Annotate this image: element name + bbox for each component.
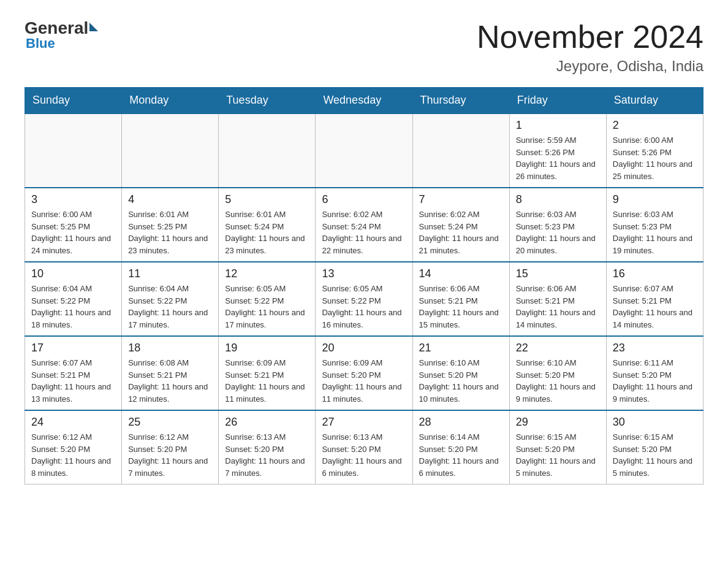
week-row-1: 1Sunrise: 5:59 AM Sunset: 5:26 PM Daylig… [25,113,703,188]
day-number: 29 [516,416,600,429]
calendar-cell: 8Sunrise: 6:03 AM Sunset: 5:23 PM Daylig… [509,188,606,262]
week-row-5: 24Sunrise: 6:12 AM Sunset: 5:20 PM Dayli… [25,410,703,484]
calendar-cell: 10Sunrise: 6:04 AM Sunset: 5:22 PM Dayli… [25,262,122,336]
calendar-cell: 12Sunrise: 6:05 AM Sunset: 5:22 PM Dayli… [219,262,316,336]
calendar-cell [316,113,412,188]
day-number: 15 [516,267,600,280]
calendar-table: SundayMondayTuesdayWednesdayThursdayFrid… [25,87,703,484]
day-info: Sunrise: 6:01 AM Sunset: 5:24 PM Dayligh… [225,209,309,256]
day-number: 26 [225,416,309,429]
day-number: 30 [613,416,697,429]
day-info: Sunrise: 6:15 AM Sunset: 5:20 PM Dayligh… [613,431,697,479]
calendar-cell: 16Sunrise: 6:07 AM Sunset: 5:21 PM Dayli… [606,262,703,336]
day-number: 9 [613,193,697,206]
day-info: Sunrise: 6:12 AM Sunset: 5:20 PM Dayligh… [128,431,212,479]
day-info: Sunrise: 6:14 AM Sunset: 5:20 PM Dayligh… [419,431,503,479]
day-info: Sunrise: 6:06 AM Sunset: 5:21 PM Dayligh… [516,283,600,331]
week-row-4: 17Sunrise: 6:07 AM Sunset: 5:21 PM Dayli… [25,336,703,410]
col-header-sunday: Sunday [25,88,122,114]
day-number: 10 [31,267,115,280]
day-number: 23 [613,342,697,354]
day-info: Sunrise: 6:15 AM Sunset: 5:20 PM Dayligh… [516,431,600,479]
calendar-cell: 5Sunrise: 6:01 AM Sunset: 5:24 PM Daylig… [219,188,316,262]
calendar-cell: 17Sunrise: 6:07 AM Sunset: 5:21 PM Dayli… [25,336,122,410]
day-number: 14 [419,267,503,280]
calendar-cell: 13Sunrise: 6:05 AM Sunset: 5:22 PM Dayli… [316,262,412,336]
day-info: Sunrise: 6:07 AM Sunset: 5:21 PM Dayligh… [613,283,697,331]
day-info: Sunrise: 6:03 AM Sunset: 5:23 PM Dayligh… [613,209,697,256]
day-info: Sunrise: 5:59 AM Sunset: 5:26 PM Dayligh… [516,134,600,182]
month-title: November 2024 [477,18,703,55]
calendar-cell: 18Sunrise: 6:08 AM Sunset: 5:21 PM Dayli… [122,336,219,410]
calendar-cell: 27Sunrise: 6:13 AM Sunset: 5:20 PM Dayli… [316,410,412,484]
day-info: Sunrise: 6:00 AM Sunset: 5:26 PM Dayligh… [613,134,697,182]
logo-triangle [89,23,98,31]
day-number: 13 [322,267,406,280]
day-number: 19 [225,342,309,354]
day-number: 18 [128,342,212,354]
calendar-cell: 20Sunrise: 6:09 AM Sunset: 5:20 PM Dayli… [316,336,412,410]
header-row: SundayMondayTuesdayWednesdayThursdayFrid… [25,88,703,114]
day-info: Sunrise: 6:13 AM Sunset: 5:20 PM Dayligh… [322,431,406,479]
day-number: 16 [613,267,697,280]
col-header-wednesday: Wednesday [316,88,412,114]
day-info: Sunrise: 6:12 AM Sunset: 5:20 PM Dayligh… [31,431,115,479]
col-header-thursday: Thursday [412,88,509,114]
day-number: 24 [31,416,115,429]
location-title: Jeypore, Odisha, India [477,58,703,75]
calendar-cell: 4Sunrise: 6:01 AM Sunset: 5:25 PM Daylig… [122,188,219,262]
day-number: 3 [31,193,115,206]
day-info: Sunrise: 6:02 AM Sunset: 5:24 PM Dayligh… [419,209,503,256]
day-info: Sunrise: 6:02 AM Sunset: 5:24 PM Dayligh… [322,209,406,256]
calendar-cell: 2Sunrise: 6:00 AM Sunset: 5:26 PM Daylig… [606,113,703,188]
day-number: 27 [322,416,406,429]
col-header-monday: Monday [122,88,219,114]
day-info: Sunrise: 6:09 AM Sunset: 5:21 PM Dayligh… [225,357,309,405]
col-header-tuesday: Tuesday [219,88,316,114]
day-number: 8 [516,193,600,206]
calendar-cell: 26Sunrise: 6:13 AM Sunset: 5:20 PM Dayli… [219,410,316,484]
day-number: 12 [225,267,309,280]
day-number: 4 [128,193,212,206]
day-number: 21 [419,342,503,354]
day-number: 6 [322,193,406,206]
day-info: Sunrise: 6:10 AM Sunset: 5:20 PM Dayligh… [419,357,503,405]
title-area: November 2024 Jeypore, Odisha, India [477,18,703,75]
calendar-cell: 30Sunrise: 6:15 AM Sunset: 5:20 PM Dayli… [606,410,703,484]
calendar-cell: 25Sunrise: 6:12 AM Sunset: 5:20 PM Dayli… [122,410,219,484]
logo: General Blue [25,18,98,52]
day-number: 5 [225,193,309,206]
calendar-cell: 22Sunrise: 6:10 AM Sunset: 5:20 PM Dayli… [509,336,606,410]
day-info: Sunrise: 6:06 AM Sunset: 5:21 PM Dayligh… [419,283,503,331]
col-header-friday: Friday [509,88,606,114]
calendar-cell: 29Sunrise: 6:15 AM Sunset: 5:20 PM Dayli… [509,410,606,484]
day-info: Sunrise: 6:13 AM Sunset: 5:20 PM Dayligh… [225,431,309,479]
day-info: Sunrise: 6:03 AM Sunset: 5:23 PM Dayligh… [516,209,600,256]
calendar-cell [122,113,219,188]
week-row-3: 10Sunrise: 6:04 AM Sunset: 5:22 PM Dayli… [25,262,703,336]
logo-blue: Blue [26,36,55,52]
calendar-cell: 1Sunrise: 5:59 AM Sunset: 5:26 PM Daylig… [509,113,606,188]
calendar-cell [219,113,316,188]
day-info: Sunrise: 6:04 AM Sunset: 5:22 PM Dayligh… [31,283,115,331]
day-info: Sunrise: 6:09 AM Sunset: 5:20 PM Dayligh… [322,357,406,405]
calendar-cell: 24Sunrise: 6:12 AM Sunset: 5:20 PM Dayli… [25,410,122,484]
day-number: 17 [31,342,115,354]
page-header: General Blue November 2024 Jeypore, Odis… [25,18,703,75]
calendar-cell: 28Sunrise: 6:14 AM Sunset: 5:20 PM Dayli… [412,410,509,484]
day-info: Sunrise: 6:05 AM Sunset: 5:22 PM Dayligh… [225,283,309,331]
calendar-cell: 3Sunrise: 6:00 AM Sunset: 5:25 PM Daylig… [25,188,122,262]
calendar-cell: 7Sunrise: 6:02 AM Sunset: 5:24 PM Daylig… [412,188,509,262]
day-info: Sunrise: 6:01 AM Sunset: 5:25 PM Dayligh… [128,209,212,256]
calendar-cell: 15Sunrise: 6:06 AM Sunset: 5:21 PM Dayli… [509,262,606,336]
col-header-saturday: Saturday [606,88,703,114]
day-info: Sunrise: 6:04 AM Sunset: 5:22 PM Dayligh… [128,283,212,331]
day-info: Sunrise: 6:07 AM Sunset: 5:21 PM Dayligh… [31,357,115,405]
day-info: Sunrise: 6:10 AM Sunset: 5:20 PM Dayligh… [516,357,600,405]
calendar-cell: 23Sunrise: 6:11 AM Sunset: 5:20 PM Dayli… [606,336,703,410]
day-info: Sunrise: 6:00 AM Sunset: 5:25 PM Dayligh… [31,209,115,256]
day-number: 20 [322,342,406,354]
day-number: 25 [128,416,212,429]
day-number: 2 [613,119,697,132]
calendar-cell: 11Sunrise: 6:04 AM Sunset: 5:22 PM Dayli… [122,262,219,336]
